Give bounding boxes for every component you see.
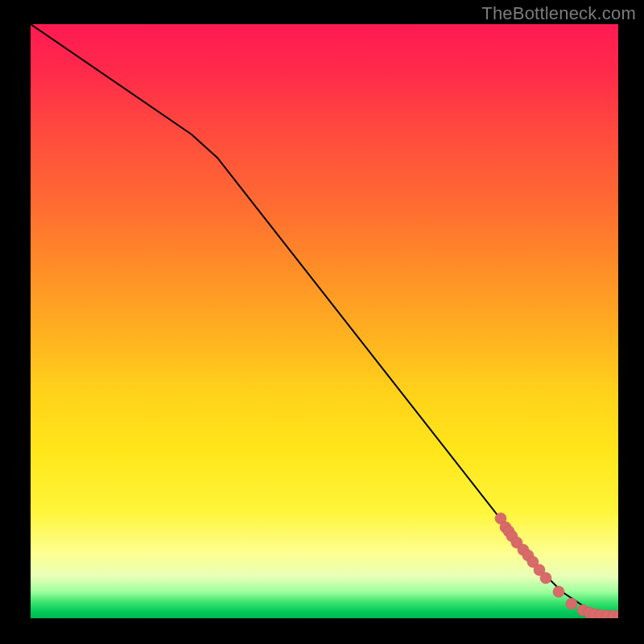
scatter-point [566,598,577,609]
overlay-svg [31,24,618,618]
scatter-point [540,572,551,584]
chart-stage: TheBottleneck.com [0,0,644,644]
scatter-point [553,586,564,597]
bottleneck-curve [31,24,618,615]
attribution-text: TheBottleneck.com [481,3,636,24]
plot-area [31,24,618,618]
scatter-points [495,513,618,618]
